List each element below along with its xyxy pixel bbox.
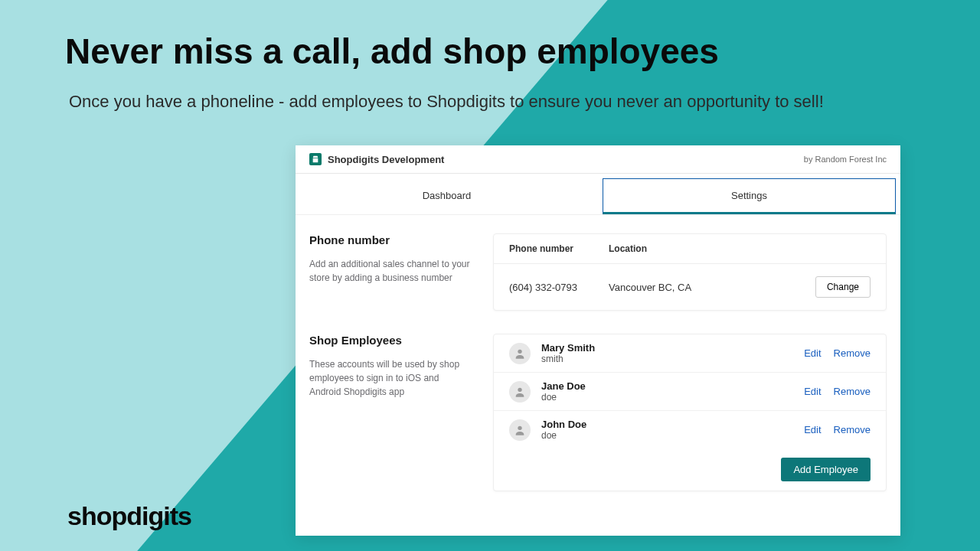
tab-bar: Dashboard Settings [296,174,900,215]
employee-row: Jane Doe doe Edit Remove [494,373,886,411]
employees-card-footer: Add Employee [494,448,886,491]
add-employee-button[interactable]: Add Employee [781,458,871,481]
avatar-icon [509,419,531,441]
employee-username: smith [541,354,804,364]
phone-col-location: Location [609,243,871,254]
phone-table-header: Phone number Location [494,234,886,264]
employee-name: John Doe [541,419,804,430]
app-byline: by Random Forest Inc [804,155,887,164]
app-header: Shopdigits Development by Random Forest … [296,145,900,174]
phone-row: (604) 332-0793 Vancouver BC, CA Change [494,264,886,310]
app-logo-icon [309,153,322,165]
employees-section: Shop Employees These accounts will be us… [309,334,887,491]
phone-col-number: Phone number [509,243,609,254]
employee-row: Mary Smith smith Edit Remove [494,334,886,373]
change-button[interactable]: Change [815,276,871,298]
settings-content: Phone number Add an additional sales cha… [296,215,900,536]
svg-point-1 [518,387,521,391]
phone-number-value: (604) 332-0793 [509,282,609,293]
edit-button[interactable]: Edit [804,424,821,435]
edit-button[interactable]: Edit [804,347,821,359]
avatar-icon [509,343,531,364]
employees-section-title: Shop Employees [309,334,470,347]
hero-subtitle: Once you have a phoneline - add employee… [69,88,919,115]
phone-section-title: Phone number [309,233,470,246]
app-title: Shopdigits Development [328,154,444,165]
phone-section: Phone number Add an additional sales cha… [309,233,887,311]
hero-title: Never miss a call, add shop employees [65,31,719,72]
tab-settings[interactable]: Settings [603,178,896,214]
employee-row: John Doe doe Edit Remove [494,411,886,448]
brand-logo: shopdigits [67,501,191,531]
edit-button[interactable]: Edit [804,386,821,397]
employee-name: Mary Smith [541,342,804,354]
employees-section-desc: These accounts will be used by shop empl… [309,357,470,399]
svg-point-2 [518,425,521,429]
employees-card: Mary Smith smith Edit Remove Jane Doe do… [493,334,887,491]
employee-name: Jane Doe [541,380,804,392]
phone-location-value: Vancouver BC, CA [609,282,815,293]
remove-button[interactable]: Remove [834,347,871,359]
tab-dashboard[interactable]: Dashboard [300,178,593,214]
employee-username: doe [541,392,804,403]
employee-username: doe [541,430,804,441]
phone-card: Phone number Location (604) 332-0793 Van… [493,233,887,311]
remove-button[interactable]: Remove [834,424,871,435]
svg-point-0 [518,349,521,353]
app-window: Shopdigits Development by Random Forest … [296,145,900,536]
avatar-icon [509,381,531,403]
phone-section-desc: Add an additional sales channel to your … [309,257,470,285]
employee-list: Mary Smith smith Edit Remove Jane Doe do… [494,334,886,448]
remove-button[interactable]: Remove [834,386,871,397]
